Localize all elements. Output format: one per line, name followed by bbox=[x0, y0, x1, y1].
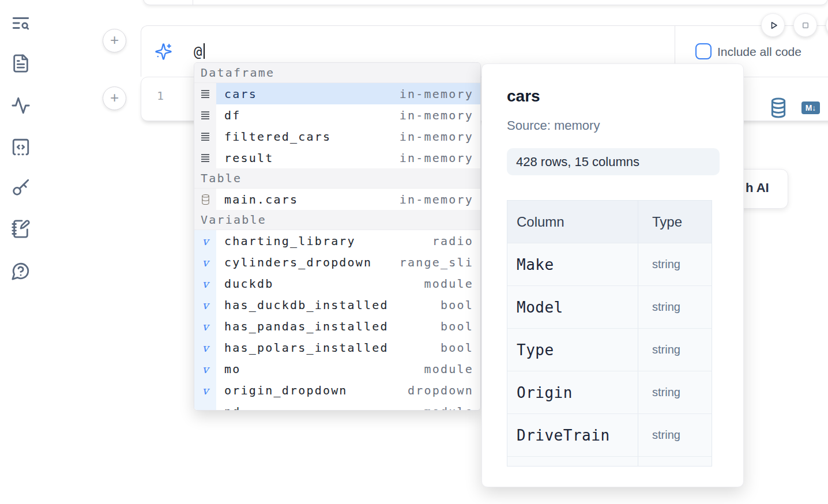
autocomplete-item-has-polars-installed[interactable]: v has_polars_installed bool bbox=[194, 337, 480, 358]
autocomplete-item-filtered-cars[interactable]: filtered_cars in-memory bbox=[194, 126, 480, 147]
item-type: module bbox=[424, 362, 480, 376]
text-cursor bbox=[204, 43, 205, 59]
shape-badge: 428 rows, 15 columns bbox=[507, 148, 720, 175]
add-cell-button-top[interactable]: + bbox=[103, 29, 126, 52]
item-name: has_polars_installed bbox=[216, 341, 389, 355]
schema-table: Column Type Make string Model string Typ… bbox=[507, 200, 712, 467]
item-name: duckdb bbox=[216, 277, 273, 291]
key-icon[interactable] bbox=[11, 178, 31, 197]
autocomplete-item-main-cars[interactable]: main.cars in-memory bbox=[194, 189, 480, 210]
autocomplete-item-result[interactable]: result in-memory bbox=[194, 147, 480, 168]
item-name: main.cars bbox=[216, 193, 298, 206]
item-type: in-memory bbox=[400, 130, 480, 144]
schema-row-type: Type string bbox=[507, 328, 712, 371]
variable-icon: v bbox=[194, 294, 216, 315]
item-type: bool bbox=[441, 341, 480, 355]
column-header: Column bbox=[507, 201, 638, 243]
autocomplete-item-cars[interactable]: cars in-memory bbox=[194, 83, 480, 104]
item-name: pd bbox=[216, 405, 240, 411]
autocomplete-item-df[interactable]: df in-memory bbox=[194, 104, 480, 126]
file-text-icon[interactable] bbox=[11, 54, 31, 73]
autocomplete-item-duckdb[interactable]: v duckdb module bbox=[194, 273, 480, 294]
schema-row-partial bbox=[507, 456, 712, 467]
schema-row-drivetrain: DriveTrain string bbox=[507, 413, 712, 456]
tooltip-title: cars bbox=[507, 87, 540, 106]
item-name: has_pandas_installed bbox=[216, 319, 389, 333]
help-chat-icon[interactable] bbox=[11, 261, 31, 281]
schema-header-row: Column Type bbox=[507, 201, 712, 243]
database-icon[interactable] bbox=[770, 97, 787, 119]
ai-button-label: h AI bbox=[746, 180, 769, 195]
item-name: cylinders_dropdown bbox=[216, 255, 372, 269]
section-header-table: Table bbox=[194, 168, 480, 189]
item-name: filtered_cars bbox=[216, 130, 331, 144]
tooltip-source: Source: memory bbox=[507, 118, 600, 133]
autocomplete-item-pd[interactable]: v pd module bbox=[194, 401, 480, 411]
autocomplete-item-cylinders-dropdown[interactable]: v cylinders_dropdown range_sli bbox=[194, 251, 480, 273]
run-cell-button[interactable] bbox=[761, 13, 785, 37]
item-name: df bbox=[216, 108, 240, 122]
sidebar bbox=[0, 0, 42, 504]
variable-icon: v bbox=[194, 251, 216, 273]
dataframe-rows-icon bbox=[194, 104, 216, 126]
variable-icon: v bbox=[194, 379, 216, 401]
item-type: dropdown bbox=[408, 383, 480, 397]
line-number: 1 bbox=[152, 89, 168, 103]
autocomplete-dropdown[interactable]: Dataframe cars in-memory df in-memory fi… bbox=[194, 62, 481, 411]
item-name: mo bbox=[216, 362, 240, 376]
item-type: bool bbox=[441, 298, 480, 312]
variable-icon: v bbox=[194, 337, 216, 358]
dataframe-rows-icon bbox=[194, 147, 216, 168]
item-type: module bbox=[424, 277, 480, 291]
add-cell-button-bottom[interactable]: + bbox=[103, 86, 126, 110]
dataframe-preview-tooltip: cars Source: memory 428 rows, 15 columns… bbox=[481, 63, 744, 487]
previous-cell-gutter-divider bbox=[193, 0, 193, 5]
markdown-icon[interactable]: M↓ bbox=[801, 101, 820, 114]
item-type: radio bbox=[432, 234, 480, 248]
variable-icon: v bbox=[194, 315, 216, 337]
section-header-variable: Variable bbox=[194, 210, 480, 230]
item-type: range_sli bbox=[400, 255, 480, 269]
variable-icon: v bbox=[194, 230, 216, 251]
include-all-code-label: Include all code bbox=[717, 45, 801, 59]
autocomplete-item-origin-dropdown[interactable]: v origin_dropdown dropdown bbox=[194, 379, 480, 401]
autocomplete-item-has-duckdb-installed[interactable]: v has_duckdb_installed bool bbox=[194, 294, 480, 315]
item-type: module bbox=[424, 405, 480, 411]
activity-icon[interactable] bbox=[11, 96, 31, 115]
snippets-code-icon[interactable] bbox=[11, 137, 31, 157]
sparkles-icon bbox=[155, 43, 172, 61]
variable-icon: v bbox=[194, 358, 216, 379]
dataframe-rows-icon bbox=[194, 126, 216, 147]
item-name: origin_dropdown bbox=[216, 383, 348, 397]
autocomplete-item-has-pandas-installed[interactable]: v has_pandas_installed bool bbox=[194, 315, 480, 337]
schema-row-model: Model string bbox=[507, 285, 712, 328]
item-name: cars bbox=[216, 87, 257, 101]
item-name: result bbox=[216, 151, 273, 165]
table-database-icon bbox=[194, 189, 216, 210]
item-type: in-memory bbox=[400, 87, 480, 101]
include-all-code-checkbox[interactable] bbox=[695, 43, 712, 59]
stop-button[interactable] bbox=[793, 13, 817, 37]
item-type: in-memory bbox=[400, 108, 480, 122]
item-name: has_duckdb_installed bbox=[216, 298, 389, 312]
variable-icon: v bbox=[194, 401, 216, 411]
type-header: Type bbox=[638, 201, 712, 243]
notebook-pen-icon[interactable] bbox=[11, 219, 31, 239]
schema-row-origin: Origin string bbox=[507, 371, 712, 413]
section-header-dataframe: Dataframe bbox=[194, 63, 480, 83]
variable-icon: v bbox=[194, 273, 216, 294]
previous-cell-fragment bbox=[143, 0, 828, 5]
item-type: in-memory bbox=[400, 151, 480, 165]
schema-row-make: Make string bbox=[507, 243, 712, 285]
item-type: bool bbox=[441, 319, 480, 333]
dataframe-rows-icon bbox=[194, 83, 216, 104]
item-name: charting_library bbox=[216, 234, 356, 248]
autocomplete-item-mo[interactable]: v mo module bbox=[194, 358, 480, 379]
autocomplete-item-charting-library[interactable]: v charting_library radio bbox=[194, 230, 480, 251]
item-type: in-memory bbox=[400, 193, 480, 206]
ai-prompt-input[interactable]: @ bbox=[194, 44, 202, 60]
text-search-icon[interactable] bbox=[11, 13, 31, 33]
